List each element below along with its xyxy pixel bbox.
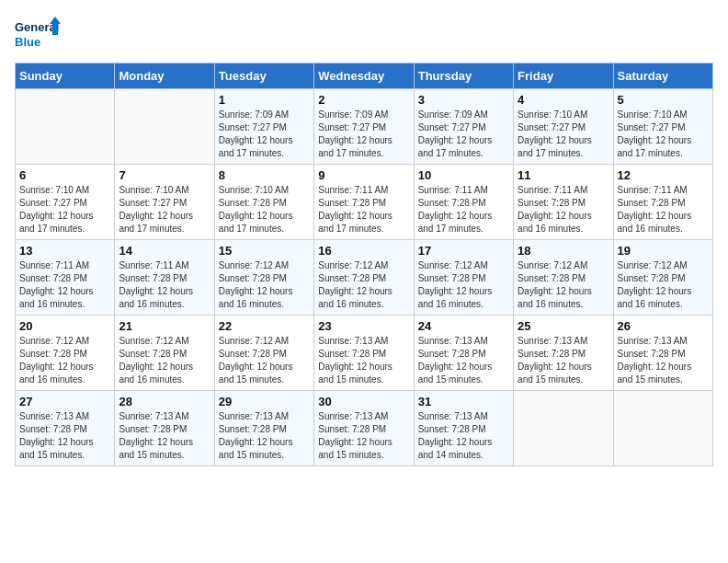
calendar-cell (115, 89, 214, 165)
calendar-cell: 15Sunrise: 7:12 AM Sunset: 7:28 PM Dayli… (214, 240, 313, 316)
calendar-cell: 8Sunrise: 7:10 AM Sunset: 7:28 PM Daylig… (214, 165, 313, 240)
calendar-cell: 12Sunrise: 7:11 AM Sunset: 7:28 PM Dayli… (613, 165, 712, 240)
day-number: 19 (618, 244, 709, 258)
calendar-cell: 25Sunrise: 7:13 AM Sunset: 7:28 PM Dayli… (514, 316, 613, 391)
svg-text:Blue: Blue (15, 35, 40, 49)
calendar-cell: 27Sunrise: 7:13 AM Sunset: 7:28 PM Dayli… (16, 391, 115, 466)
day-number: 13 (19, 244, 110, 258)
day-number: 11 (518, 168, 609, 182)
day-number: 23 (318, 319, 409, 333)
day-number: 28 (119, 395, 210, 408)
calendar-cell: 17Sunrise: 7:12 AM Sunset: 7:28 PM Dayli… (414, 240, 513, 316)
day-info: Sunrise: 7:12 AM Sunset: 7:28 PM Dayligh… (19, 335, 110, 386)
logo: General Blue (15, 15, 61, 55)
day-info: Sunrise: 7:10 AM Sunset: 7:27 PM Dayligh… (19, 184, 110, 236)
day-info: Sunrise: 7:12 AM Sunset: 7:28 PM Dayligh… (119, 335, 210, 386)
day-info: Sunrise: 7:12 AM Sunset: 7:28 PM Dayligh… (618, 259, 709, 311)
day-number: 4 (518, 93, 609, 107)
calendar-week-row: 6Sunrise: 7:10 AM Sunset: 7:27 PM Daylig… (16, 165, 713, 240)
calendar-cell: 31Sunrise: 7:13 AM Sunset: 7:28 PM Dayli… (414, 391, 513, 466)
day-number: 26 (618, 319, 709, 333)
day-number: 29 (219, 395, 310, 408)
day-info: Sunrise: 7:13 AM Sunset: 7:28 PM Dayligh… (618, 335, 709, 386)
calendar-cell: 3Sunrise: 7:09 AM Sunset: 7:27 PM Daylig… (414, 89, 513, 165)
calendar-cell: 11Sunrise: 7:11 AM Sunset: 7:28 PM Dayli… (514, 165, 613, 240)
calendar-cell: 28Sunrise: 7:13 AM Sunset: 7:28 PM Dayli… (115, 391, 214, 466)
day-number: 21 (119, 319, 210, 333)
day-info: Sunrise: 7:11 AM Sunset: 7:28 PM Dayligh… (318, 184, 409, 236)
calendar-cell: 7Sunrise: 7:10 AM Sunset: 7:27 PM Daylig… (115, 165, 214, 240)
day-info: Sunrise: 7:11 AM Sunset: 7:28 PM Dayligh… (518, 184, 609, 236)
day-info: Sunrise: 7:12 AM Sunset: 7:28 PM Dayligh… (219, 259, 310, 311)
day-number: 30 (318, 395, 409, 408)
calendar-header-row: SundayMondayTuesdayWednesdayThursdayFrid… (16, 63, 713, 89)
day-info: Sunrise: 7:10 AM Sunset: 7:27 PM Dayligh… (518, 109, 609, 160)
day-of-week-header: Friday (514, 63, 613, 89)
calendar-cell (613, 391, 712, 466)
day-number: 1 (219, 93, 310, 107)
calendar-cell: 2Sunrise: 7:09 AM Sunset: 7:27 PM Daylig… (314, 89, 414, 165)
day-number: 2 (318, 93, 409, 107)
day-number: 3 (418, 93, 509, 107)
day-info: Sunrise: 7:12 AM Sunset: 7:28 PM Dayligh… (318, 259, 409, 311)
day-info: Sunrise: 7:13 AM Sunset: 7:28 PM Dayligh… (19, 410, 110, 462)
day-number: 18 (518, 244, 609, 258)
calendar-cell: 10Sunrise: 7:11 AM Sunset: 7:28 PM Dayli… (414, 165, 513, 240)
day-number: 12 (618, 168, 709, 182)
day-number: 16 (318, 244, 409, 258)
day-info: Sunrise: 7:13 AM Sunset: 7:28 PM Dayligh… (119, 410, 210, 462)
day-of-week-header: Sunday (16, 63, 115, 89)
calendar-cell: 6Sunrise: 7:10 AM Sunset: 7:27 PM Daylig… (16, 165, 115, 240)
day-number: 27 (19, 395, 110, 408)
day-info: Sunrise: 7:13 AM Sunset: 7:28 PM Dayligh… (318, 335, 409, 386)
day-info: Sunrise: 7:13 AM Sunset: 7:28 PM Dayligh… (518, 335, 609, 386)
calendar-cell (16, 89, 115, 165)
day-of-week-header: Saturday (613, 63, 712, 89)
day-info: Sunrise: 7:13 AM Sunset: 7:28 PM Dayligh… (418, 410, 509, 462)
day-number: 7 (119, 168, 210, 182)
day-number: 6 (19, 168, 110, 182)
day-info: Sunrise: 7:10 AM Sunset: 7:28 PM Dayligh… (219, 184, 310, 236)
calendar-cell: 18Sunrise: 7:12 AM Sunset: 7:28 PM Dayli… (514, 240, 613, 316)
calendar-body: 1Sunrise: 7:09 AM Sunset: 7:27 PM Daylig… (16, 89, 713, 466)
calendar-cell: 21Sunrise: 7:12 AM Sunset: 7:28 PM Dayli… (115, 316, 214, 391)
calendar-cell: 22Sunrise: 7:12 AM Sunset: 7:28 PM Dayli… (214, 316, 313, 391)
day-info: Sunrise: 7:13 AM Sunset: 7:28 PM Dayligh… (418, 335, 509, 386)
calendar-cell: 13Sunrise: 7:11 AM Sunset: 7:28 PM Dayli… (16, 240, 115, 316)
day-of-week-header: Monday (115, 63, 214, 89)
day-number: 14 (119, 244, 210, 258)
day-number: 25 (518, 319, 609, 333)
calendar-cell: 4Sunrise: 7:10 AM Sunset: 7:27 PM Daylig… (514, 89, 613, 165)
day-info: Sunrise: 7:13 AM Sunset: 7:28 PM Dayligh… (219, 410, 310, 462)
day-info: Sunrise: 7:11 AM Sunset: 7:28 PM Dayligh… (119, 259, 210, 311)
day-info: Sunrise: 7:11 AM Sunset: 7:28 PM Dayligh… (19, 259, 110, 311)
calendar-cell (514, 391, 613, 466)
calendar-cell: 24Sunrise: 7:13 AM Sunset: 7:28 PM Dayli… (414, 316, 513, 391)
day-info: Sunrise: 7:10 AM Sunset: 7:27 PM Dayligh… (618, 109, 709, 160)
day-info: Sunrise: 7:11 AM Sunset: 7:28 PM Dayligh… (418, 184, 509, 236)
day-number: 20 (19, 319, 110, 333)
day-info: Sunrise: 7:10 AM Sunset: 7:27 PM Dayligh… (119, 184, 210, 236)
calendar-cell: 29Sunrise: 7:13 AM Sunset: 7:28 PM Dayli… (214, 391, 313, 466)
page-header: General Blue (15, 15, 713, 55)
day-number: 10 (418, 168, 509, 182)
day-info: Sunrise: 7:13 AM Sunset: 7:28 PM Dayligh… (318, 410, 409, 462)
day-number: 5 (618, 93, 709, 107)
logo-svg: General Blue (15, 15, 61, 55)
day-number: 24 (418, 319, 509, 333)
day-info: Sunrise: 7:11 AM Sunset: 7:28 PM Dayligh… (618, 184, 709, 236)
calendar-cell: 14Sunrise: 7:11 AM Sunset: 7:28 PM Dayli… (115, 240, 214, 316)
day-number: 17 (418, 244, 509, 258)
day-number: 8 (219, 168, 310, 182)
calendar-cell: 23Sunrise: 7:13 AM Sunset: 7:28 PM Dayli… (314, 316, 414, 391)
day-of-week-header: Wednesday (314, 63, 414, 89)
calendar-cell: 9Sunrise: 7:11 AM Sunset: 7:28 PM Daylig… (314, 165, 414, 240)
calendar-cell: 20Sunrise: 7:12 AM Sunset: 7:28 PM Dayli… (16, 316, 115, 391)
calendar-week-row: 1Sunrise: 7:09 AM Sunset: 7:27 PM Daylig… (16, 89, 713, 165)
calendar-table: SundayMondayTuesdayWednesdayThursdayFrid… (15, 63, 713, 466)
day-info: Sunrise: 7:12 AM Sunset: 7:28 PM Dayligh… (518, 259, 609, 311)
day-number: 31 (418, 395, 509, 408)
day-of-week-header: Tuesday (214, 63, 313, 89)
calendar-cell: 5Sunrise: 7:10 AM Sunset: 7:27 PM Daylig… (613, 89, 712, 165)
calendar-cell: 1Sunrise: 7:09 AM Sunset: 7:27 PM Daylig… (214, 89, 313, 165)
